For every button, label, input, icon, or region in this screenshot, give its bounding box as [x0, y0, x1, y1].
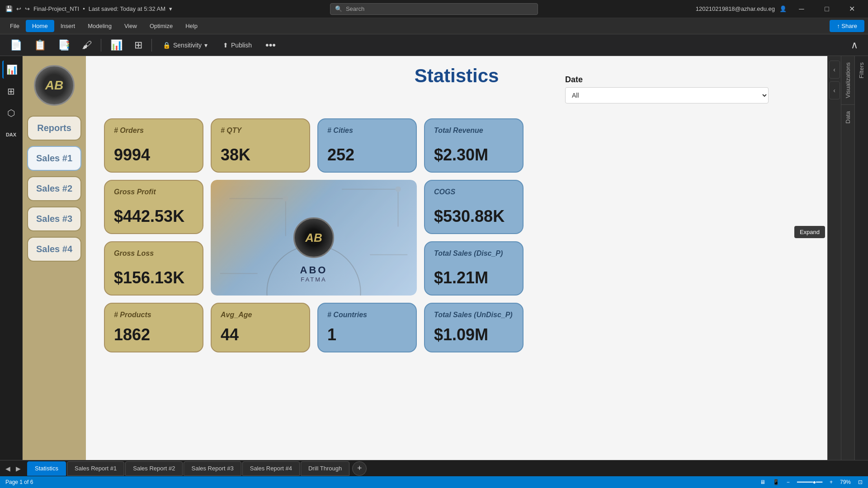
- close-button[interactable]: ✕: [842, 0, 863, 18]
- save-icon[interactable]: 💾: [5, 5, 13, 12]
- nav-sales2-button[interactable]: Sales #2: [27, 176, 81, 201]
- expand-button[interactable]: Expand: [794, 226, 825, 238]
- tab-sales-report-1[interactable]: Sales Report #1: [67, 461, 124, 476]
- tab-nav-buttons: ◀ ▶: [4, 463, 23, 474]
- paste-button[interactable]: 📋: [29, 38, 51, 53]
- kpi-prod-value: 1862: [114, 325, 150, 344]
- collapse-ribbon-button[interactable]: ∧: [846, 38, 863, 53]
- page-info: Page 1 of 6: [5, 479, 33, 485]
- tab-sr4-label: Sales Report #4: [250, 465, 292, 472]
- tab-drill-through[interactable]: Drill Through: [301, 461, 349, 476]
- user-icon[interactable]: 👤: [779, 5, 787, 12]
- undo-icon[interactable]: ↩: [16, 5, 21, 12]
- collapse-button-2[interactable]: ‹: [829, 81, 840, 99]
- dax-icon[interactable]: DAX: [2, 126, 20, 144]
- kpi-gross-loss: Gross Loss $156.13K: [104, 241, 203, 296]
- tab-sales-report-3[interactable]: Sales Report #3: [184, 461, 241, 476]
- title-bar-left: 💾 ↩ ↪ Final-Project_NTI • Last saved: To…: [5, 5, 172, 12]
- filters-tab[interactable]: Filters: [855, 56, 868, 84]
- desktop-view-icon[interactable]: 🖥: [760, 479, 765, 485]
- maximize-button[interactable]: □: [816, 0, 837, 18]
- tab-sales-report-2[interactable]: Sales Report #2: [125, 461, 183, 476]
- icon-sidebar: 📊 ⊞ ⬡ DAX: [0, 56, 23, 460]
- menu-optimize[interactable]: Optimize: [143, 20, 179, 32]
- kpi-tsd-value: $1.21M: [434, 268, 488, 287]
- publish-button[interactable]: ⬆ Publish: [217, 39, 258, 52]
- menu-bar: File Home Insert Modeling View Optimize …: [0, 18, 868, 34]
- nav-reports-button[interactable]: Reports: [27, 116, 81, 141]
- menu-modeling[interactable]: Modeling: [81, 20, 118, 32]
- menu-view[interactable]: View: [118, 20, 143, 32]
- search-placeholder: Search: [346, 5, 364, 12]
- kpi-total-sales-undisc: Total Sales (UnDisc_P) $1.09M: [424, 303, 524, 352]
- sales3-label: Sales #3: [36, 214, 72, 224]
- tab-dt-label: Drill Through: [308, 465, 342, 472]
- zoom-slider[interactable]: ━━━━━●━━: [797, 479, 822, 485]
- kpi-countries-label: # Countries: [327, 311, 367, 319]
- nav-sales3-button[interactable]: Sales #3: [27, 206, 81, 231]
- kpi-cogs-label: COGS: [434, 188, 455, 196]
- visual-button[interactable]: 📊: [106, 38, 127, 53]
- menu-help[interactable]: Help: [179, 20, 204, 32]
- menu-insert[interactable]: Insert: [54, 20, 82, 32]
- redo-icon[interactable]: ↪: [25, 5, 30, 12]
- filename: Final-Project_NTI: [33, 5, 79, 12]
- tab-sales-report-4[interactable]: Sales Report #4: [242, 461, 300, 476]
- center-image-card: AB ABO FATMA: [211, 180, 417, 296]
- date-select[interactable]: All 2020 2021 2022 2023: [565, 87, 769, 103]
- user-email: 120210219818@azhar.edu.eg: [696, 5, 775, 12]
- minimize-button[interactable]: ─: [791, 0, 812, 18]
- fit-page-icon[interactable]: ⊡: [858, 479, 863, 485]
- publish-label: Publish: [231, 42, 252, 49]
- menu-file[interactable]: File: [4, 20, 26, 32]
- next-page-button[interactable]: ▶: [14, 463, 23, 474]
- kpi-cities-label: # Cities: [327, 127, 353, 135]
- menu-home[interactable]: Home: [26, 20, 54, 32]
- share-button[interactable]: ↑ Share: [830, 20, 864, 32]
- table-button[interactable]: ⊞: [130, 38, 147, 53]
- model-view-icon[interactable]: ⬡: [2, 104, 20, 122]
- search-box[interactable]: 🔍 Search: [330, 3, 538, 15]
- visualizations-label: Visualizations: [844, 62, 851, 98]
- title-bar-center: 🔍 Search: [330, 3, 538, 15]
- visualizations-tab[interactable]: Visualizations: [842, 56, 854, 104]
- kpi-revenue-label: Total Revenue: [434, 127, 483, 135]
- new-button[interactable]: 📄: [5, 38, 27, 53]
- canvas-area: Statistics Date All 2020 2021 2022 2023 …: [86, 56, 827, 460]
- collapse-button[interactable]: ‹: [829, 61, 840, 79]
- kpi-cities: # Cities 252: [317, 118, 417, 173]
- sensitivity-dropdown-icon: ▾: [204, 42, 208, 49]
- page-tabs-bar: ◀ ▶ Statistics Sales Report #1 Sales Rep…: [0, 460, 868, 476]
- sensitivity-icon: 🔒: [163, 42, 170, 49]
- toolbar-separator-2: [151, 39, 152, 52]
- publish-icon: ⬆: [223, 42, 228, 49]
- sensitivity-button[interactable]: 🔒 Sensitivity ▾: [156, 39, 214, 52]
- more-options-button[interactable]: •••: [261, 38, 280, 53]
- data-view-icon[interactable]: ⊞: [2, 82, 20, 100]
- svg-point-9: [395, 187, 401, 192]
- ab-name: ABO: [300, 264, 328, 276]
- saved-status: Last saved: Today at 5:32 AM: [89, 5, 165, 12]
- report-view-icon[interactable]: 📊: [2, 61, 20, 79]
- zoom-out-icon[interactable]: −: [787, 479, 790, 485]
- prev-page-button[interactable]: ◀: [4, 463, 12, 474]
- nav-sales1-button[interactable]: Sales #1: [27, 146, 81, 171]
- main-layout: 📊 ⊞ ⬡ DAX AB Reports Sales #1 Sales #2 S…: [0, 56, 868, 460]
- format-painter[interactable]: 🖌: [77, 38, 96, 53]
- kpi-tsud-label: Total Sales (UnDisc_P): [434, 311, 513, 319]
- kpi-grid: # Orders 9994 # QTY 38K # Cities 252 Tot…: [104, 118, 814, 352]
- copy-button[interactable]: 📑: [53, 38, 75, 53]
- nav-sales4-button[interactable]: Sales #4: [27, 237, 81, 262]
- tab-sr2-label: Sales Report #2: [133, 465, 175, 472]
- toolbar-separator: [101, 39, 101, 52]
- ab-sub: FATMA: [300, 276, 328, 283]
- tab-statistics[interactable]: Statistics: [27, 461, 66, 476]
- data-tab[interactable]: Data: [842, 105, 854, 130]
- zoom-in-icon[interactable]: +: [830, 479, 833, 485]
- add-page-button[interactable]: +: [352, 461, 367, 476]
- dropdown-icon[interactable]: ▾: [169, 5, 172, 12]
- mobile-view-icon[interactable]: 📱: [773, 479, 779, 485]
- search-icon: 🔍: [335, 5, 342, 12]
- title-bar: 💾 ↩ ↪ Final-Project_NTI • Last saved: To…: [0, 0, 868, 18]
- filters-panel: Filters: [854, 56, 868, 460]
